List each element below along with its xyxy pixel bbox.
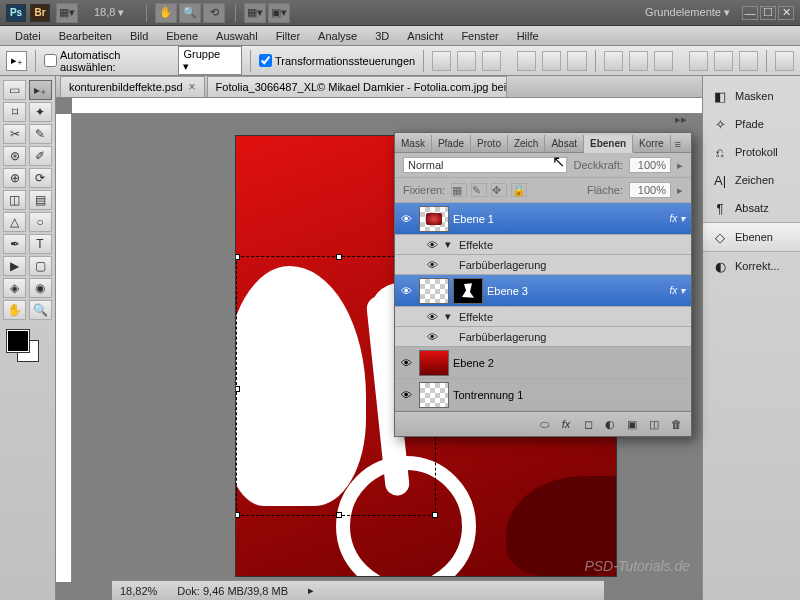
crop-tool[interactable]: ✂ <box>3 124 26 144</box>
zoom-status[interactable]: 18,82% <box>120 585 157 597</box>
panel-tab[interactable]: Zeich <box>508 135 545 152</box>
zoom-tool-icon[interactable]: 🔍 <box>179 3 201 23</box>
layer-mask-icon[interactable]: ◻ <box>579 416 597 432</box>
healing-brush-tool[interactable]: ⊛ <box>3 146 26 166</box>
link-layers-icon[interactable]: ⬭ <box>535 416 553 432</box>
menu-3d[interactable]: 3D <box>366 28 398 44</box>
distribute-button[interactable] <box>629 51 648 71</box>
layer-thumbnail[interactable] <box>419 382 449 408</box>
zoom-tool[interactable]: 🔍 <box>29 300 52 320</box>
layer-effect-row[interactable]: 👁▾Effekte <box>395 235 691 255</box>
move-tool-preset-icon[interactable]: ▸₊ <box>6 51 27 71</box>
align-button[interactable] <box>567 51 586 71</box>
tab-close-icon[interactable]: × <box>189 80 196 94</box>
launch-menu-icon[interactable]: ▦▾ <box>56 3 78 23</box>
foreground-color-swatch[interactable] <box>7 330 29 352</box>
lock-pixels-icon[interactable]: ✎ <box>471 183 487 197</box>
gradient-tool[interactable]: ▤ <box>29 190 52 210</box>
quick-select-tool[interactable]: ✦ <box>29 102 52 122</box>
panel-menu-icon[interactable]: ▸▸ ≡ <box>671 111 691 152</box>
workspace-switcher[interactable]: Grundelemente ▾ <box>645 6 730 19</box>
layer-effect-row[interactable]: 👁▾Effekte <box>395 307 691 327</box>
3d-tool[interactable]: ◈ <box>3 278 26 298</box>
color-picker[interactable] <box>3 326 52 366</box>
eyedropper-tool[interactable]: ✎ <box>29 124 52 144</box>
eraser-tool[interactable]: ◫ <box>3 190 26 210</box>
align-button[interactable] <box>432 51 451 71</box>
dodge-tool[interactable]: ○ <box>29 212 52 232</box>
panel-tab[interactable]: Ebenen <box>584 135 633 153</box>
panel-tab-korrekt...[interactable]: ◐Korrekt... <box>703 252 800 280</box>
new-layer-icon[interactable]: ◫ <box>645 416 663 432</box>
panel-tab-absatz[interactable]: ¶Absatz <box>703 194 800 222</box>
panel-tab-zeichen[interactable]: A|Zeichen <box>703 166 800 194</box>
blur-tool[interactable]: △ <box>3 212 26 232</box>
align-button[interactable] <box>457 51 476 71</box>
bridge-icon[interactable]: Br <box>30 4 50 22</box>
new-group-icon[interactable]: ▣ <box>623 416 641 432</box>
close-button[interactable]: ✕ <box>778 6 794 20</box>
layer-row[interactable]: 👁Ebene 2 <box>395 347 691 379</box>
layer-thumbnail[interactable] <box>419 350 449 376</box>
hand-tool[interactable]: ✋ <box>3 300 26 320</box>
panel-tab[interactable]: Pfade <box>432 135 471 152</box>
panel-tab[interactable]: Absat <box>545 135 584 152</box>
move-tool[interactable]: ▸₊ <box>29 80 52 100</box>
layer-effect-row[interactable]: 👁Farbüberlagerung <box>395 255 691 275</box>
visibility-icon[interactable]: 👁 <box>397 213 415 225</box>
panel-tab-ebenen[interactable]: ◇Ebenen <box>703 222 800 252</box>
document-tab[interactable]: Fotolia_3066487_XL© Mikael Damkier - Fot… <box>207 76 507 97</box>
layer-mask-thumbnail[interactable] <box>453 278 483 304</box>
visibility-icon[interactable]: 👁 <box>423 259 441 271</box>
shape-tool[interactable]: ▢ <box>29 256 52 276</box>
menu-fenster[interactable]: Fenster <box>452 28 507 44</box>
rotate-view-icon[interactable]: ⟲ <box>203 3 225 23</box>
fill-input[interactable]: 100% <box>629 182 671 198</box>
pen-tool[interactable]: ✒ <box>3 234 26 254</box>
hand-tool-icon[interactable]: ✋ <box>155 3 177 23</box>
type-tool[interactable]: T <box>29 234 52 254</box>
align-button[interactable] <box>542 51 561 71</box>
marquee-tool[interactable]: ▭ <box>3 80 26 100</box>
layer-row[interactable]: 👁Ebene 1fx ▾ <box>395 203 691 235</box>
menu-filter[interactable]: Filter <box>267 28 309 44</box>
panel-tab[interactable]: Proto <box>471 135 508 152</box>
menu-analyse[interactable]: Analyse <box>309 28 366 44</box>
distribute-button[interactable] <box>714 51 733 71</box>
document-tab[interactable]: konturenbildeffekte.psd× <box>60 76 205 97</box>
align-button[interactable] <box>517 51 536 71</box>
adjustment-layer-icon[interactable]: ◐ <box>601 416 619 432</box>
visibility-icon[interactable]: 👁 <box>423 331 441 343</box>
panel-tab[interactable]: Korre <box>633 135 670 152</box>
visibility-icon[interactable]: 👁 <box>397 357 415 369</box>
panel-tab-masken[interactable]: ◧Masken <box>703 82 800 110</box>
history-brush-tool[interactable]: ⟳ <box>29 168 52 188</box>
layer-effect-row[interactable]: 👁Farbüberlagerung <box>395 327 691 347</box>
lock-transparency-icon[interactable]: ▦ <box>451 183 467 197</box>
layer-row[interactable]: 👁Tontrennung 1 <box>395 379 691 411</box>
menu-auswahl[interactable]: Auswahl <box>207 28 267 44</box>
brush-tool[interactable]: ✐ <box>29 146 52 166</box>
visibility-icon[interactable]: 👁 <box>397 285 415 297</box>
photoshop-icon[interactable]: Ps <box>6 4 26 22</box>
layer-fx-icon[interactable]: fx <box>557 416 575 432</box>
auto-align-button[interactable] <box>775 51 794 71</box>
panel-tab-pfade[interactable]: ✧Pfade <box>703 110 800 138</box>
clone-stamp-tool[interactable]: ⊕ <box>3 168 26 188</box>
status-menu-icon[interactable]: ▸ <box>308 584 314 597</box>
menu-hilfe[interactable]: Hilfe <box>508 28 548 44</box>
panel-tab[interactable]: Mask <box>395 135 432 152</box>
distribute-button[interactable] <box>604 51 623 71</box>
minimize-button[interactable]: — <box>742 6 758 20</box>
opacity-input[interactable]: 100% <box>629 157 671 173</box>
blend-mode-select[interactable]: Normal <box>403 157 567 173</box>
align-button[interactable] <box>482 51 501 71</box>
screen-mode-icon[interactable]: ▣▾ <box>268 3 290 23</box>
visibility-icon[interactable]: 👁 <box>397 389 415 401</box>
menu-ebene[interactable]: Ebene <box>157 28 207 44</box>
distribute-button[interactable] <box>739 51 758 71</box>
lasso-tool[interactable]: ⌑ <box>3 102 26 122</box>
layer-thumbnail[interactable] <box>419 278 449 304</box>
menu-bild[interactable]: Bild <box>121 28 157 44</box>
layer-row[interactable]: 👁Ebene 3fx ▾ <box>395 275 691 307</box>
